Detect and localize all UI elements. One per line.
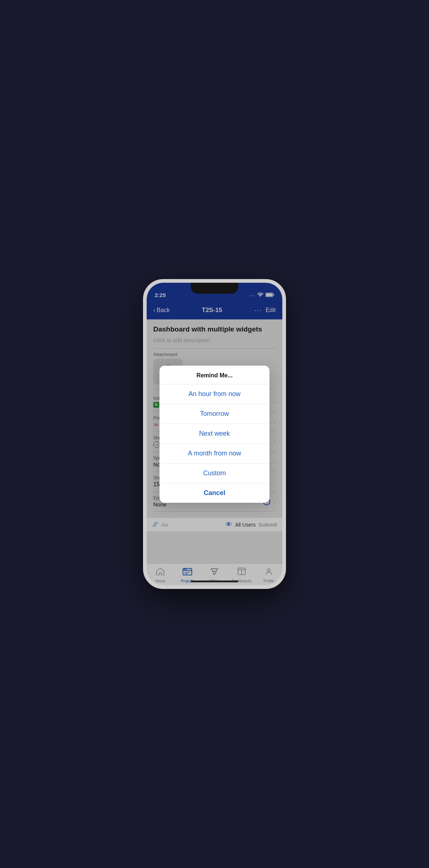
remind-hour-option[interactable]: An hour from now xyxy=(160,384,270,404)
cancel-label: Cancel xyxy=(203,489,225,497)
remind-next-week-option[interactable]: Next week xyxy=(160,424,270,444)
remind-custom-option[interactable]: Custom xyxy=(160,464,270,483)
remind-me-modal: Remind Me... An hour from now Tomorrow N… xyxy=(160,366,270,503)
tomorrow-option-label: Tomorrow xyxy=(200,410,229,417)
modal-title-row: Remind Me... xyxy=(160,366,270,384)
phone-frame: 2:25 ···· xyxy=(143,279,286,589)
remind-tomorrow-option[interactable]: Tomorrow xyxy=(160,404,270,424)
custom-option-label: Custom xyxy=(203,469,226,477)
modal-overlay[interactable]: Remind Me... An hour from now Tomorrow N… xyxy=(147,283,282,585)
month-option-label: A month from now xyxy=(188,450,241,457)
remind-month-option[interactable]: A month from now xyxy=(160,444,270,464)
phone-inner: 2:25 ···· xyxy=(147,283,282,585)
modal-title: Remind Me... xyxy=(197,372,233,378)
modal-cancel-button[interactable]: Cancel xyxy=(160,483,270,503)
next-week-option-label: Next week xyxy=(199,430,230,437)
hour-option-label: An hour from now xyxy=(188,390,241,398)
